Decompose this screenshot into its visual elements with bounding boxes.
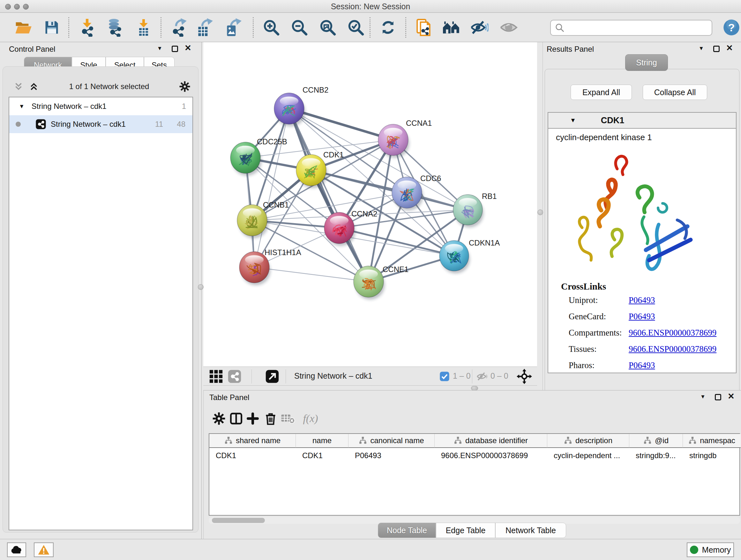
- collapse-entry-icon[interactable]: ▼: [570, 117, 576, 124]
- genecard-link[interactable]: P06493: [629, 312, 655, 321]
- open-session-button[interactable]: [14, 18, 33, 37]
- column-header-database-identifier[interactable]: database identifier: [434, 434, 547, 448]
- table-options-button[interactable]: [211, 410, 227, 427]
- column-header-name[interactable]: name: [296, 434, 348, 448]
- collapse-all-button[interactable]: Collapse All: [643, 84, 707, 100]
- cloud-status-button[interactable]: [7, 543, 26, 557]
- graph-node-label: HIST1H1A: [265, 248, 301, 257]
- zoom-out-button[interactable]: [290, 18, 309, 37]
- zoom-fit-content-button[interactable]: [318, 18, 337, 37]
- clone-network-button[interactable]: [414, 18, 433, 37]
- function-builder-button[interactable]: f(x): [298, 410, 323, 427]
- selected-checkbox-icon[interactable]: [440, 371, 450, 381]
- table-cell[interactable]: cyclin-dependent ...: [554, 449, 629, 462]
- network-collection-row[interactable]: ▼ String Network – cdk1 1: [9, 98, 192, 115]
- network-row[interactable]: String Network – cdk1 11 48: [9, 115, 192, 133]
- graph-node-CCNE1[interactable]: CCNE1: [354, 265, 408, 300]
- table-cell[interactable]: P06493: [355, 449, 431, 462]
- show-columns-button[interactable]: [228, 410, 245, 427]
- compartments-link[interactable]: 9606.ENSP00000378699: [629, 328, 717, 338]
- vertical-splitter-handle[interactable]: [537, 209, 543, 215]
- zoom-in-button[interactable]: [262, 18, 281, 37]
- tissues-link[interactable]: 9606.ENSP00000378699: [629, 344, 717, 354]
- tab-node-table[interactable]: Node Table: [378, 523, 436, 538]
- column-header-shared-name[interactable]: shared name: [209, 434, 296, 448]
- save-floppy-icon: [44, 19, 60, 36]
- export-image-button[interactable]: [223, 18, 243, 37]
- tab-network-table[interactable]: Network Table: [495, 523, 566, 538]
- tab-edge-table[interactable]: Edge Table: [436, 523, 495, 538]
- save-session-button[interactable]: [42, 18, 61, 37]
- float-panel-icon[interactable]: [715, 394, 721, 400]
- gene-card-header[interactable]: ▼ CDK1: [548, 113, 736, 129]
- graph-node-CDK1[interactable]: CDK1: [296, 150, 344, 188]
- network-label: String Network – cdk1: [51, 120, 126, 129]
- plus-icon: [246, 412, 259, 425]
- gear-icon[interactable]: [179, 81, 191, 92]
- warnings-button[interactable]: [34, 543, 54, 557]
- table-cell[interactable]: CDK1: [216, 449, 292, 462]
- export-network-button[interactable]: [170, 18, 189, 37]
- float-menu-icon[interactable]: ▼: [157, 45, 162, 52]
- import-network-from-file-button[interactable]: [77, 18, 97, 37]
- first-neighbors-button[interactable]: [442, 18, 461, 37]
- zoom-selected-button[interactable]: [346, 18, 365, 37]
- help-button[interactable]: ?: [722, 18, 741, 37]
- uniprot-link[interactable]: P06493: [629, 295, 655, 305]
- search-input[interactable]: [565, 23, 702, 32]
- delete-table-button[interactable]: [280, 410, 296, 427]
- import-table-from-file-button[interactable]: [134, 18, 153, 37]
- table-cell[interactable]: stringdb:9...: [636, 449, 682, 462]
- pharos-link[interactable]: P06493: [629, 361, 655, 370]
- float-panel-icon[interactable]: [713, 46, 720, 52]
- graph-node-RB1[interactable]: RB1: [453, 192, 497, 228]
- network-view-canvas[interactable]: CCNB2CCNA1CDC25BCDK1CDC6RB1CCNB1CCNA2CDK…: [203, 42, 537, 367]
- network-overview-share-icon[interactable]: [227, 369, 242, 383]
- column-header-canonical-name[interactable]: canonical name: [348, 434, 434, 448]
- export-table-button[interactable]: [195, 18, 214, 37]
- close-panel-icon[interactable]: ✕: [726, 45, 733, 51]
- expand-all-button[interactable]: Expand All: [570, 84, 632, 100]
- graph-node-CCNA1[interactable]: CCNA1: [378, 119, 432, 158]
- memory-button[interactable]: Memory: [687, 543, 734, 557]
- table-cell[interactable]: CDK1: [302, 449, 347, 462]
- hide-selected-button[interactable]: [470, 18, 489, 37]
- column-header-namespace[interactable]: namespac: [683, 434, 741, 448]
- create-column-button[interactable]: [245, 410, 261, 427]
- graph-node-CDKN1A[interactable]: CDKN1A: [440, 239, 500, 273]
- refresh-view-button[interactable]: [379, 18, 398, 37]
- expand-all-icon[interactable]: [28, 81, 39, 92]
- graph-edge-CCNB2-HIST1H1A[interactable]: [254, 109, 289, 267]
- horizontal-splitter-handle[interactable]: [471, 386, 478, 390]
- collapse-all-icon[interactable]: [13, 81, 24, 92]
- tab-string[interactable]: String: [625, 54, 668, 71]
- houses-icon: [442, 19, 461, 36]
- birds-eye-grid-icon[interactable]: [209, 369, 223, 383]
- table-panel-title: Table Panel: [209, 393, 249, 402]
- open-in-window-icon[interactable]: [265, 369, 279, 383]
- float-menu-icon[interactable]: ▼: [698, 45, 704, 52]
- graph-node-CCNB1[interactable]: CCNB1: [237, 200, 289, 239]
- close-panel-icon[interactable]: ✕: [185, 45, 192, 51]
- column-header-description[interactable]: description: [547, 434, 629, 448]
- table-cell[interactable]: stringdb: [689, 449, 740, 462]
- string-results-body: Expand All Collapse All ▼ CDK1 cyclin-de…: [545, 69, 739, 406]
- table-cell[interactable]: 9606.ENSP00000378699: [441, 449, 546, 462]
- import-network-from-database-button[interactable]: [105, 18, 124, 37]
- graph-node-HIST1H1A[interactable]: HIST1H1A: [239, 248, 301, 286]
- fit-selection-crosshair-icon[interactable]: [517, 369, 532, 384]
- tree-expand-icon[interactable]: ▼: [19, 103, 24, 110]
- float-panel-icon[interactable]: [172, 46, 178, 52]
- close-panel-icon[interactable]: ✕: [728, 393, 735, 399]
- show-all-button[interactable]: [499, 18, 518, 37]
- vertical-splitter-handle[interactable]: [198, 284, 204, 290]
- column-header-id[interactable]: @id: [629, 434, 683, 448]
- float-menu-icon[interactable]: ▼: [700, 394, 705, 400]
- graph-edge-HIST1H1A-CCNE1[interactable]: [254, 267, 368, 282]
- graph-edge-CDK1-RB1[interactable]: [311, 170, 468, 210]
- toolbar-separator: [253, 17, 254, 38]
- delete-column-button[interactable]: [262, 410, 279, 427]
- graph-node-CDC6[interactable]: CDC6: [392, 174, 441, 211]
- graph-node-CCNB2[interactable]: CCNB2: [274, 85, 328, 127]
- scrollbar-thumb[interactable]: [212, 518, 265, 523]
